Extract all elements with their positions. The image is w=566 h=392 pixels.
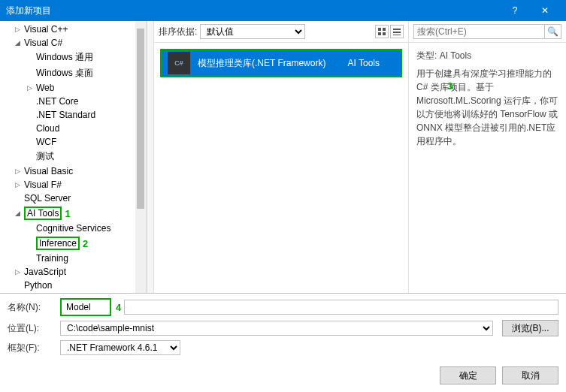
tree-item[interactable]: ▷Web xyxy=(0,81,146,95)
tree-item[interactable]: .NET Standard xyxy=(0,108,146,122)
tree-item[interactable]: WCF xyxy=(0,135,146,149)
tree-item-label: Visual F# xyxy=(24,179,62,190)
name-label: 名称(N): xyxy=(8,301,60,314)
ok-button[interactable]: 确定 xyxy=(440,366,496,384)
tree-item-label: Visual Basic xyxy=(24,166,73,176)
name-input[interactable] xyxy=(63,300,108,315)
location-label: 位置(L): xyxy=(8,322,60,335)
tree-item-label: 测试 xyxy=(36,150,54,163)
tree-item-label: AI Tools xyxy=(24,207,62,220)
tree-toggle-icon[interactable]: ▷ xyxy=(15,181,24,188)
tree-item[interactable]: Cognitive Services xyxy=(0,222,146,235)
tree-item[interactable]: ◢AI Tools1 xyxy=(0,205,146,222)
sort-label: 排序依据: xyxy=(159,26,197,38)
svg-rect-6 xyxy=(393,35,401,35)
svg-rect-3 xyxy=(383,32,386,35)
category-tree: ▷Visual C++◢Visual C#Windows 通用Windows 桌… xyxy=(0,21,147,293)
view-small-icon[interactable] xyxy=(375,25,389,38)
annotation-2: 2 xyxy=(83,238,88,249)
tree-item[interactable]: SQL Server xyxy=(0,191,146,205)
tree-item[interactable]: .NET Core xyxy=(0,95,146,108)
tree-item[interactable]: NVIDIA xyxy=(0,292,146,293)
tree-item[interactable]: Windows 通用 xyxy=(0,50,146,65)
help-button[interactable]: ? xyxy=(500,0,530,21)
tree-item-label: Visual C# xyxy=(24,38,62,48)
tree-item-label: .NET Core xyxy=(36,96,78,107)
svg-rect-0 xyxy=(378,28,381,31)
sort-combo[interactable]: 默认值 xyxy=(200,24,305,39)
tree-item[interactable]: Windows 桌面 xyxy=(0,65,146,81)
description-panel: 类型: AI Tools 用于创建具有深度学习推理能力的 C# 类库项目。基于 … xyxy=(409,43,566,154)
tree-item[interactable]: Cloud xyxy=(0,122,146,135)
search-icon: 🔍 xyxy=(547,26,558,37)
type-value: AI Tools xyxy=(440,50,471,61)
tree-item[interactable]: ◢Visual C# xyxy=(0,36,146,50)
description-text: 用于创建具有深度学习推理能力的 C# 类库项目。基于 Microsoft.ML.… xyxy=(416,67,558,148)
tree-item-label: Inference xyxy=(36,237,80,250)
close-button[interactable]: ✕ xyxy=(530,0,560,21)
window-title: 添加新项目 xyxy=(6,5,500,17)
name-input-rest[interactable] xyxy=(124,300,558,315)
tree-toggle-icon[interactable]: ▷ xyxy=(15,167,24,175)
tree-toggle-icon[interactable]: ◢ xyxy=(15,39,24,47)
template-name: 模型推理类库(.NET Framework) xyxy=(198,57,348,70)
template-category: AI Tools xyxy=(348,58,380,68)
tree-item-label: Web xyxy=(36,83,54,93)
tree-item[interactable]: Training xyxy=(0,252,146,265)
location-combo[interactable]: C:\code\sample-mnist xyxy=(60,321,493,336)
template-item[interactable]: C# 模型推理类库(.NET Framework) AI Tools xyxy=(160,49,402,77)
search-input[interactable] xyxy=(413,24,545,39)
template-list: C# 模型推理类库(.NET Framework) AI Tools 3 xyxy=(154,43,408,293)
tree-item-label: Visual C++ xyxy=(24,24,68,35)
search-button[interactable]: 🔍 xyxy=(545,24,561,39)
tree-item[interactable]: ▷JavaScript xyxy=(0,265,146,279)
tree-item-label: Cognitive Services xyxy=(36,223,110,234)
tree-toggle-icon[interactable]: ▷ xyxy=(15,26,24,33)
tree-scrollbar[interactable] xyxy=(135,21,146,293)
template-icon: C# xyxy=(168,52,190,74)
tree-item[interactable]: ▷Visual Basic xyxy=(0,164,146,178)
annotation-4: 4 xyxy=(116,302,121,313)
tree-toggle-icon[interactable]: ▷ xyxy=(27,84,36,92)
tree-item-label: Windows 通用 xyxy=(36,51,93,64)
tree-item-label: SQL Server xyxy=(24,193,71,204)
splitter[interactable] xyxy=(147,21,154,293)
cancel-button[interactable]: 取消 xyxy=(502,366,558,384)
annotation-3: 3 xyxy=(447,80,452,92)
tree-item[interactable]: 测试 xyxy=(0,149,146,164)
framework-label: 框架(F): xyxy=(8,342,60,354)
framework-combo[interactable]: .NET Framework 4.6.1 xyxy=(60,340,180,355)
svg-rect-5 xyxy=(393,32,401,33)
tree-item-label: .NET Standard xyxy=(36,110,95,120)
tree-toggle-icon[interactable]: ◢ xyxy=(15,210,24,217)
tree-item-label: Cloud xyxy=(36,123,59,134)
svg-rect-4 xyxy=(393,29,401,30)
tree-item-label: WCF xyxy=(36,137,56,147)
tree-item[interactable]: ▷Visual F# xyxy=(0,178,146,191)
tree-toggle-icon[interactable]: ▷ xyxy=(15,268,24,276)
svg-rect-2 xyxy=(378,32,381,35)
tree-item-label: Windows 桌面 xyxy=(36,67,93,80)
browse-button[interactable]: 浏览(B)... xyxy=(502,320,558,336)
tree-item[interactable]: ▷Visual C++ xyxy=(0,23,146,36)
tree-item-label: Training xyxy=(36,253,68,264)
tree-item-label: JavaScript xyxy=(24,267,66,277)
tree-item[interactable]: Python xyxy=(0,279,146,292)
tree-item-label: Python xyxy=(24,280,52,291)
tree-item[interactable]: Inference2 xyxy=(0,235,146,252)
svg-rect-1 xyxy=(383,28,386,31)
type-label: 类型: xyxy=(416,50,437,61)
view-list-icon[interactable] xyxy=(390,25,404,38)
annotation-1: 1 xyxy=(65,208,70,219)
